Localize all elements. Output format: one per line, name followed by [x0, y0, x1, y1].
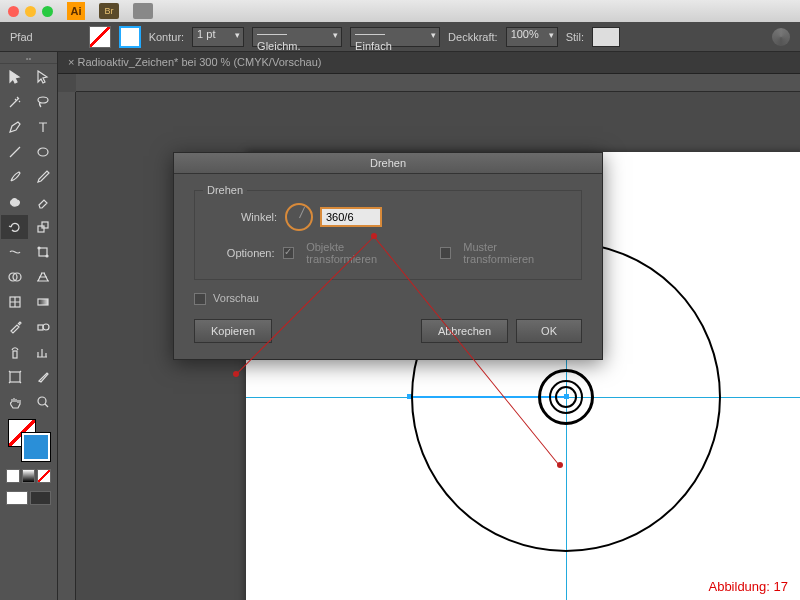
- color-mode-buttons[interactable]: [0, 467, 57, 485]
- annotation-dot: [557, 462, 563, 468]
- selection-tool[interactable]: [1, 65, 28, 89]
- horizontal-ruler[interactable]: [76, 74, 800, 92]
- tools-panel: ••: [0, 52, 58, 600]
- svg-rect-10: [38, 299, 48, 305]
- close-traffic-light[interactable]: [8, 6, 19, 17]
- brush-dropdown[interactable]: Einfach: [350, 27, 440, 47]
- svg-point-12: [43, 324, 49, 330]
- dialog-title[interactable]: Drehen: [174, 153, 602, 174]
- stroke-profile-dropdown[interactable]: Gleichm.: [252, 27, 342, 47]
- pencil-tool[interactable]: [29, 165, 56, 189]
- annotation-dot: [371, 233, 377, 239]
- panel-drag-handle[interactable]: ••: [0, 56, 57, 64]
- app-icon: Ai: [67, 2, 85, 20]
- svg-point-5: [38, 247, 40, 249]
- copy-button[interactable]: Kopieren: [194, 319, 272, 343]
- style-dropdown[interactable]: [592, 27, 620, 47]
- svg-rect-3: [42, 222, 48, 228]
- type-tool[interactable]: [29, 115, 56, 139]
- svg-point-6: [46, 255, 48, 257]
- angle-input[interactable]: [321, 208, 381, 226]
- zoom-tool[interactable]: [29, 390, 56, 414]
- annotation-dot: [233, 371, 239, 377]
- gradient-tool[interactable]: [29, 290, 56, 314]
- shape-builder-tool[interactable]: [1, 265, 28, 289]
- figure-label: Abbildung: 17: [708, 579, 788, 594]
- rectangle-tool[interactable]: [29, 140, 56, 164]
- stroke-label: Kontur:: [149, 31, 184, 43]
- svg-rect-11: [38, 325, 43, 330]
- perspective-grid-tool[interactable]: [29, 265, 56, 289]
- angle-label: Winkel:: [209, 211, 277, 223]
- transform-objects-label: Objekte transformieren: [306, 241, 414, 265]
- svg-rect-13: [13, 351, 17, 358]
- transform-objects-checkbox[interactable]: [283, 247, 295, 259]
- workspace: × Radioaktiv_Zeichen* bei 300 % (CMYK/Vo…: [58, 52, 800, 600]
- cancel-button[interactable]: Abbrechen: [421, 319, 508, 343]
- fill-stroke-indicator[interactable]: [0, 415, 57, 467]
- svg-point-15: [38, 397, 46, 405]
- arrange-docs-icon[interactable]: [133, 3, 153, 19]
- style-label: Stil:: [566, 31, 584, 43]
- opacity-dropdown[interactable]: 100%: [506, 27, 558, 47]
- angle-dial-icon[interactable]: [285, 203, 313, 231]
- transform-pattern-label: Muster transformieren: [463, 241, 567, 265]
- direct-selection-tool[interactable]: [29, 65, 56, 89]
- screen-mode-buttons[interactable]: [0, 489, 57, 507]
- vertical-ruler[interactable]: [58, 92, 76, 600]
- window-titlebar: Ai Br: [0, 0, 800, 22]
- opacity-label: Deckkraft:: [448, 31, 498, 43]
- artboard-tool[interactable]: [1, 365, 28, 389]
- blend-tool[interactable]: [29, 315, 56, 339]
- bridge-icon[interactable]: Br: [99, 3, 119, 19]
- mesh-tool[interactable]: [1, 290, 28, 314]
- svg-point-1: [38, 148, 48, 156]
- scale-tool[interactable]: [29, 215, 56, 239]
- minimize-traffic-light[interactable]: [25, 6, 36, 17]
- fill-swatch[interactable]: [89, 26, 111, 48]
- svg-rect-14: [10, 372, 20, 382]
- dialog-group-title: Drehen: [203, 184, 247, 196]
- lasso-tool[interactable]: [29, 90, 56, 114]
- width-tool[interactable]: [1, 240, 28, 264]
- eyedropper-tool[interactable]: [1, 315, 28, 339]
- options-label: Optionen:: [209, 247, 275, 259]
- hand-tool[interactable]: [1, 390, 28, 414]
- free-transform-tool[interactable]: [29, 240, 56, 264]
- eraser-tool[interactable]: [29, 190, 56, 214]
- svg-rect-4: [39, 248, 47, 256]
- column-graph-tool[interactable]: [29, 340, 56, 364]
- document-tab[interactable]: × Radioaktiv_Zeichen* bei 300 % (CMYK/Vo…: [58, 52, 800, 74]
- blob-brush-tool[interactable]: [1, 190, 28, 214]
- symbol-sprayer-tool[interactable]: [1, 340, 28, 364]
- svg-rect-2: [38, 226, 44, 232]
- stroke-weight-dropdown[interactable]: 1 pt: [192, 27, 244, 47]
- preview-label: Vorschau: [213, 292, 259, 304]
- options-bar: Pfad Kontur: 1 pt Gleichm. Einfach Deckk…: [0, 22, 800, 52]
- rotate-dialog: Drehen Drehen Winkel: Optionen: Objekte …: [173, 152, 603, 360]
- rotate-tool[interactable]: [1, 215, 28, 239]
- stroke-swatch[interactable]: [119, 26, 141, 48]
- zoom-traffic-light[interactable]: [42, 6, 53, 17]
- selection-type-label: Pfad: [10, 31, 33, 43]
- recolor-icon[interactable]: [772, 28, 790, 46]
- magic-wand-tool[interactable]: [1, 90, 28, 114]
- pen-tool[interactable]: [1, 115, 28, 139]
- ok-button[interactable]: OK: [516, 319, 582, 343]
- slice-tool[interactable]: [29, 365, 56, 389]
- paintbrush-tool[interactable]: [1, 165, 28, 189]
- transform-pattern-checkbox[interactable]: [440, 247, 452, 259]
- line-tool[interactable]: [1, 140, 28, 164]
- preview-checkbox[interactable]: [194, 293, 206, 305]
